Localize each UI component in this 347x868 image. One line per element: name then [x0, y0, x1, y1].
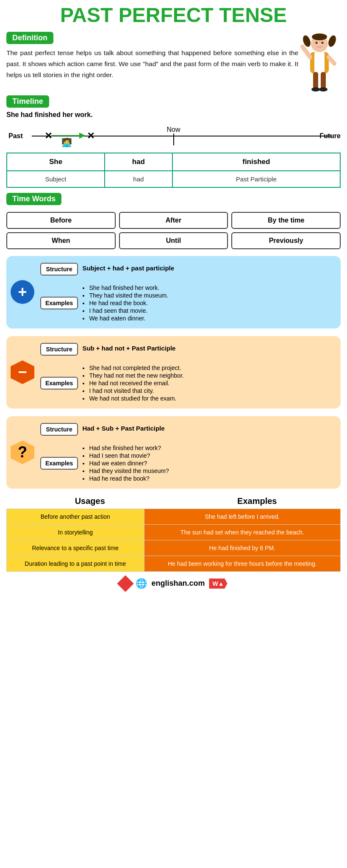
negative-structure-text: Sub + had not + Past Participle: [82, 345, 335, 352]
time-word-bytime: By the time: [231, 212, 341, 229]
question-examples: Had she finished her work? Had I seen th…: [82, 445, 335, 482]
positive-structure-label: Structure: [40, 263, 78, 275]
table-row: Relevance to a specific past time He had…: [7, 540, 341, 556]
negative-structure-label: Structure: [40, 343, 78, 356]
minus-sign: −: [11, 360, 34, 384]
footer-logo: W▲: [209, 579, 227, 589]
time-words-header: Time Words: [6, 193, 61, 205]
usages-headers: Usages Examples: [6, 496, 341, 506]
example-2: The sun had set when they reached the be…: [144, 524, 340, 540]
usages-table: Before another past action She had left …: [6, 509, 341, 572]
svg-rect-7: [314, 52, 325, 73]
timeline-sentence: She had finished her work.: [6, 111, 341, 119]
positive-examples-label: Examples: [40, 297, 78, 309]
question-structure-label: Structure: [40, 423, 78, 436]
table-row: Before another past action She had left …: [7, 509, 341, 524]
timeline-header: Timeline: [6, 95, 49, 108]
svg-point-1: [327, 34, 338, 48]
time-words-section: Time Words Before After By the time When…: [6, 193, 341, 249]
svg-line-8: [303, 47, 310, 57]
plus-sign: +: [11, 280, 34, 304]
table-cell-subject: Subject: [7, 171, 105, 187]
timeline-now-label: Now: [167, 126, 180, 133]
usage-3: Relevance to a specific past time: [7, 540, 144, 556]
page-title: PAST PERFECT TENSE: [6, 4, 341, 27]
question-block: ? Structure Examples Had + Sub + Past Pa…: [6, 416, 341, 489]
positive-block: + Structure Examples Subject + had + pas…: [6, 256, 341, 328]
svg-point-12: [311, 87, 320, 92]
svg-point-5: [312, 33, 327, 40]
negative-block: − Structure Examples Sub + had not + Pas…: [6, 336, 341, 409]
time-word-before: Before: [6, 212, 116, 229]
footer: 🌐 englishan.com W▲: [6, 578, 341, 590]
time-word-when: When: [6, 232, 116, 249]
svg-point-3: [316, 42, 318, 44]
svg-line-9: [329, 57, 334, 64]
question-examples-label: Examples: [40, 457, 78, 470]
time-words-grid: Before After By the time When Until Prev…: [6, 212, 341, 249]
usages-col1-header: Usages: [6, 496, 174, 506]
negative-examples-label: Examples: [40, 377, 78, 389]
table-cell-had2: had: [105, 171, 172, 187]
website: englishan.com: [151, 579, 205, 588]
timeline-past-label: Past: [8, 132, 23, 140]
svg-rect-11: [321, 72, 326, 89]
definition-text: The past perfect tense helps us talk abo…: [6, 47, 298, 81]
desk-person-icon: 🧑‍💻: [61, 137, 72, 147]
negative-examples: She had not completed the project. They …: [82, 364, 335, 402]
girl-illustration: [298, 32, 341, 95]
time-word-until: Until: [119, 232, 228, 249]
table-row: In storytelling The sun had set when the…: [7, 524, 341, 540]
positive-structure-text: Subject + had + past participle: [82, 264, 335, 272]
positive-examples: She had finished her work. They had visi…: [82, 284, 335, 322]
question-sign: ?: [11, 440, 34, 464]
definition-header: Definition: [6, 32, 298, 47]
table-cell-past-participle: Past Participle: [172, 171, 340, 187]
usage-2: In storytelling: [7, 524, 144, 540]
usage-4: Duration leading to a past point in time: [7, 556, 144, 571]
question-structure-text: Had + Sub + Past Participle: [82, 425, 335, 432]
example-4: He had been working for three hours befo…: [144, 556, 340, 571]
usage-1: Before another past action: [7, 509, 144, 524]
table-cell-finished: finished: [172, 153, 340, 171]
example-1: She had left before I arrived.: [144, 509, 340, 524]
usages-col2-header: Examples: [174, 496, 341, 506]
table-row: Duration leading to a past point in time…: [7, 556, 341, 571]
example-3: He had finished by 6 PM.: [144, 540, 340, 556]
table-cell-she: She: [7, 153, 105, 171]
table-cell-had: had: [105, 153, 172, 171]
timeline-section: Timeline She had finished her work. Past…: [6, 95, 341, 149]
globe-icon: 🌐: [136, 578, 147, 589]
svg-point-4: [322, 42, 324, 44]
time-word-previously: Previously: [231, 232, 341, 249]
timeline-x2: ✕: [87, 131, 94, 142]
svg-point-13: [319, 87, 328, 92]
diamond-icon: [117, 575, 134, 592]
svg-rect-10: [313, 72, 318, 89]
time-word-after: After: [119, 212, 228, 229]
structure-table: She had finished Subject had Past Partic…: [6, 153, 341, 188]
timeline-diagram: Past Future Now ✕ ✕ 🧑‍💻: [6, 120, 341, 149]
